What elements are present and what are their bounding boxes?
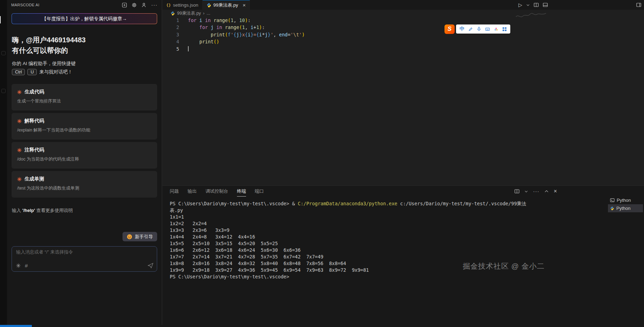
- panel-tab-输出[interactable]: 输出: [188, 188, 197, 197]
- beginner-guide-button[interactable]: 新手引导: [122, 232, 157, 241]
- help-command: '/help': [22, 208, 35, 213]
- close-panel-icon[interactable]: ×: [554, 189, 557, 193]
- split-editor-icon[interactable]: [534, 2, 539, 7]
- suggestion-card-1[interactable]: 生成代码生成一个冒泡排序算法: [12, 84, 157, 111]
- account-icon[interactable]: [141, 2, 147, 8]
- toggle-panel-icon[interactable]: [543, 2, 548, 7]
- run-button[interactable]: ▷: [518, 2, 522, 8]
- activity-icon[interactable]: [1, 51, 6, 55]
- breadcrumb[interactable]: 99乘法表.py › ...: [162, 10, 644, 17]
- chat-input-box[interactable]: #: [12, 246, 157, 272]
- tab-99乘法表.py[interactable]: 99乘法表.py×: [203, 0, 250, 10]
- chat-input[interactable]: [16, 249, 153, 255]
- sparkle-icon: [17, 119, 22, 123]
- ime-keyboard-icon[interactable]: [485, 27, 490, 31]
- panel-tab-端口[interactable]: 端口: [255, 188, 264, 197]
- ime-grid-icon[interactable]: [502, 27, 507, 31]
- terminal-line: 1x4=4 2x4=8 3x4=12 4x4=16: [170, 234, 606, 240]
- remote-indicator[interactable]: [0, 325, 32, 327]
- editor-area: {}settings.json99乘法表.py× ▷ 99乘法表.py › ..…: [162, 0, 644, 325]
- suggestion-cards: 生成代码生成一个冒泡排序算法解释代码/explain 解释一下当前选中函数的功能…: [12, 84, 157, 200]
- watermark-scribble: [515, 13, 547, 19]
- active-view-indicator: [0, 16, 1, 23]
- send-icon[interactable]: [148, 263, 153, 268]
- terminal-instance-list: PythonPython: [608, 196, 643, 212]
- terminal-line: 1x5=5 2x5=10 3x5=15 4x5=20 5x5=25: [170, 240, 606, 247]
- split-terminal-icon[interactable]: [514, 189, 519, 194]
- terminal-line: 1x1=1: [170, 214, 606, 220]
- terminal-instance-label: Python: [616, 206, 630, 211]
- code-editor[interactable]: 1for i in range(1, 10):2 for j in range(…: [162, 17, 644, 52]
- panel-tab-终端[interactable]: 终端: [237, 188, 246, 197]
- suggestion-card-2[interactable]: 解释代码/explain 解释一下当前选中函数的功能: [12, 113, 157, 140]
- ime-pill: 中: [456, 24, 510, 34]
- python-icon: [610, 206, 614, 211]
- community-watermark: 掘金技术社区 @ 金小二: [463, 261, 545, 271]
- customize-layout-icon[interactable]: [636, 2, 641, 7]
- code-line-5[interactable]: 5: [162, 45, 644, 52]
- greeting-line1: 嗨，@用户4469194483: [12, 35, 86, 45]
- help-hint: 输入 '/help' 查看更多使用说明: [12, 207, 73, 214]
- panel-tab-调试控制台[interactable]: 调试控制台: [205, 188, 228, 197]
- sogou-logo-icon[interactable]: S: [444, 24, 455, 34]
- more-actions-icon[interactable]: ···: [151, 3, 158, 7]
- code-line-3[interactable]: 3 print(f'{j}x{i}={i*j}', end='\t'): [162, 31, 644, 38]
- terminal-instance-1[interactable]: Python: [608, 196, 643, 204]
- line-number: 5: [162, 45, 179, 52]
- terminal-profile-chevron-icon[interactable]: [525, 190, 528, 193]
- chat-toolbar: #: [16, 263, 153, 269]
- key-u: U: [27, 69, 37, 75]
- line-number: 3: [162, 31, 179, 38]
- marscode-sidebar: MARSCODE AI ··· 【年度报告】出炉，解锁专属代码徽章→ 嗨，@用户…: [7, 0, 162, 325]
- code-line-1[interactable]: 1for i in range(1, 10):: [162, 17, 644, 24]
- activity-icon[interactable]: [1, 89, 6, 93]
- run-dropdown-chevron-icon[interactable]: [526, 4, 530, 6]
- card-desc: /doc 为当前选中的代码生成注释: [17, 156, 152, 162]
- terminal-instance-2[interactable]: Python: [608, 204, 643, 212]
- code-line-4[interactable]: 4 print(): [162, 38, 644, 45]
- suggestion-card-4[interactable]: 生成单测/test 为这段选中的函数生成单测: [12, 171, 157, 198]
- key-ctrl: Ctrl: [12, 69, 25, 75]
- card-desc: /test 为这段选中的函数生成单测: [17, 185, 152, 191]
- smiley-icon: [127, 234, 132, 240]
- ime-chinese-mode-icon[interactable]: 中: [460, 26, 464, 32]
- terminal-line: 1x6=6 2x6=12 3x6=18 4x6=24 5x6=30 6x6=36: [170, 247, 606, 254]
- sparkle-icon: [17, 90, 22, 94]
- terminal-line: 表.py: [170, 207, 606, 214]
- breadcrumb-more[interactable]: ...: [206, 11, 210, 16]
- editor-tabs: {}settings.json99乘法表.py×: [162, 0, 644, 10]
- card-title: 解释代码: [24, 118, 44, 124]
- ime-skin-icon[interactable]: [494, 27, 498, 31]
- annual-report-banner[interactable]: 【年度报告】出炉，解锁专属代码徽章→: [12, 13, 157, 24]
- suggestion-card-3[interactable]: 注释代码/doc 为当前选中的代码生成注释: [12, 142, 157, 169]
- breadcrumb-file: 99乘法表.py: [177, 10, 201, 16]
- maximize-panel-chevron-icon[interactable]: [545, 190, 548, 193]
- json-icon: {}: [166, 3, 171, 7]
- line-number: 2: [162, 24, 179, 31]
- line-number: 1: [162, 17, 179, 24]
- line-number: 4: [162, 38, 179, 45]
- tab-label: 99乘法表.py: [214, 2, 238, 8]
- new-chat-icon[interactable]: [122, 2, 127, 8]
- breadcrumb-chevron: ›: [203, 11, 204, 16]
- panel-tab-问题[interactable]: 问题: [170, 188, 179, 197]
- panel-more-icon[interactable]: ···: [533, 190, 539, 193]
- terminal-line: 1x2=2 2x2=4: [170, 220, 606, 227]
- ime-mic-icon[interactable]: [477, 27, 481, 31]
- sparkle-icon[interactable]: [16, 263, 21, 268]
- python-icon: [170, 11, 175, 16]
- activity-bar: [0, 0, 7, 325]
- code-line-2[interactable]: 2 for j in range(1, i+1):: [162, 24, 644, 31]
- hash-button[interactable]: #: [25, 263, 28, 269]
- gear-icon[interactable]: [132, 2, 137, 8]
- ime-pen-icon[interactable]: [468, 27, 473, 31]
- terminal-line: 1x7=7 2x7=14 3x7=21 4x7=28 5x7=35 6x7=42…: [170, 254, 606, 260]
- tab-label: settings.json: [173, 2, 198, 8]
- card-title: 生成代码: [24, 89, 44, 95]
- tab-settings.json[interactable]: {}settings.json: [162, 0, 203, 10]
- close-tab-icon[interactable]: ×: [243, 2, 246, 8]
- assistant-subtitle: 你的 AI 编程助手，使用快捷键: [12, 61, 76, 67]
- python-icon: [206, 3, 211, 8]
- greeting-line2: 有什么可以帮你的: [12, 46, 68, 55]
- terminal-icon: [610, 198, 615, 202]
